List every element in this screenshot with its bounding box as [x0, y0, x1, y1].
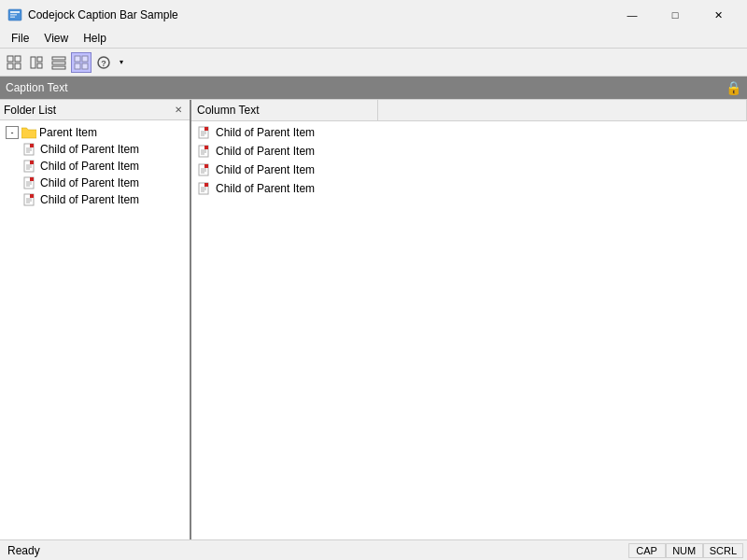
tree-child-label-4: Child of Parent Item: [40, 193, 139, 206]
list-item[interactable]: Child of Parent Item: [21, 175, 186, 191]
title-bar-left: Codejock Caption Bar Sample: [7, 7, 178, 22]
tree-child-label-3: Child of Parent Item: [40, 176, 139, 189]
list-column-header-main[interactable]: Column Text: [191, 100, 378, 120]
menu-file[interactable]: File: [4, 30, 36, 47]
app-icon: [7, 7, 22, 22]
tree-view: - Parent Item: [0, 120, 190, 539]
list-item[interactable]: Child of Parent Item: [21, 191, 186, 208]
list-item-label-1: Child of Parent Item: [216, 126, 315, 139]
svg-rect-13: [52, 66, 65, 69]
folder-icon: [21, 125, 36, 140]
tree-parent-item[interactable]: - Parent Item: [4, 124, 186, 141]
svg-rect-56: [204, 183, 208, 187]
svg-rect-1: [10, 11, 20, 13]
toolbar-button-4[interactable]: [71, 52, 92, 73]
window-title: Codejock Caption Bar Sample: [28, 8, 178, 21]
title-bar-controls: — □ ✕: [611, 6, 740, 24]
svg-rect-16: [75, 63, 80, 69]
tree-parent-label: Parent Item: [39, 126, 97, 139]
status-text: Ready: [4, 544, 40, 557]
list-panel: Column Text Child of Parent Item: [191, 100, 747, 539]
list-item[interactable]: Child of Parent Item: [193, 179, 745, 198]
tree-child-label-1: Child of Parent Item: [40, 143, 139, 156]
svg-rect-41: [204, 127, 208, 131]
svg-rect-5: [15, 56, 21, 62]
toolbar-dropdown[interactable]: ▾: [116, 52, 127, 73]
caption-lock-icon: 🔒: [726, 80, 741, 95]
svg-rect-36: [30, 194, 34, 198]
list-item-label-4: Child of Parent Item: [216, 182, 315, 195]
status-scrl: SCRL: [703, 543, 743, 558]
svg-rect-14: [75, 56, 80, 62]
list-item[interactable]: Child of Parent Item: [193, 161, 745, 179]
svg-rect-11: [52, 57, 65, 60]
list-item[interactable]: Child of Parent Item: [193, 123, 745, 142]
title-bar: Codejock Caption Bar Sample — □ ✕: [0, 0, 747, 28]
svg-rect-31: [30, 177, 34, 181]
doc-icon-1: [22, 142, 37, 157]
menu-view[interactable]: View: [36, 30, 76, 47]
list-item-label-2: Child of Parent Item: [216, 145, 315, 158]
status-indicators: CAP NUM SCRL: [628, 543, 743, 558]
list-column-header-extra[interactable]: [378, 100, 747, 120]
svg-rect-46: [204, 146, 208, 149]
svg-rect-2: [10, 14, 17, 16]
toolbar-button-1[interactable]: [4, 52, 24, 73]
svg-rect-17: [82, 63, 88, 69]
folder-panel: Folder List ✕ - Parent Item: [0, 100, 191, 539]
caption-bar: Caption Text 🔒: [0, 77, 747, 99]
list-item[interactable]: Child of Parent Item: [21, 158, 186, 175]
status-cap: CAP: [628, 543, 666, 558]
svg-text:?: ?: [101, 59, 106, 68]
main-content: Folder List ✕ - Parent Item: [0, 99, 747, 539]
folder-panel-title: Folder List: [4, 104, 56, 117]
menu-bar: File View Help: [0, 28, 747, 49]
list-item-icon-3: [197, 162, 212, 177]
folder-panel-header: Folder List ✕: [0, 100, 190, 120]
toolbar: ? ▾: [0, 49, 747, 77]
svg-rect-6: [7, 63, 13, 69]
doc-icon-4: [22, 192, 37, 207]
svg-rect-4: [7, 56, 13, 62]
svg-rect-12: [52, 62, 65, 64]
list-item-label-3: Child of Parent Item: [216, 163, 315, 176]
tree-children: Child of Parent Item Child of Parent Ite…: [4, 141, 186, 208]
doc-icon-3: [22, 175, 37, 190]
list-item-icon-2: [197, 144, 212, 159]
toolbar-button-3[interactable]: [49, 52, 69, 73]
svg-rect-3: [10, 17, 15, 19]
list-item-icon-1: [197, 125, 212, 140]
status-bar: Ready CAP NUM SCRL: [0, 539, 747, 560]
list-item[interactable]: Child of Parent Item: [193, 142, 745, 161]
caption-text: Caption Text: [6, 81, 68, 94]
svg-rect-15: [82, 56, 88, 62]
tree-expand-button[interactable]: -: [6, 126, 19, 139]
svg-rect-21: [30, 144, 34, 147]
list-content: Child of Parent Item Child of Parent Ite…: [191, 121, 747, 539]
svg-rect-7: [15, 63, 21, 69]
svg-rect-9: [37, 57, 42, 62]
svg-rect-51: [204, 164, 208, 168]
toolbar-button-2[interactable]: [26, 52, 47, 73]
minimize-button[interactable]: —: [611, 6, 654, 24]
svg-rect-8: [31, 57, 35, 68]
list-item[interactable]: Child of Parent Item: [21, 141, 186, 158]
list-header: Column Text: [191, 100, 747, 121]
status-num: NUM: [666, 543, 703, 558]
svg-rect-10: [37, 63, 42, 68]
close-button[interactable]: ✕: [697, 6, 740, 24]
menu-help[interactable]: Help: [76, 30, 114, 47]
tree-child-label-2: Child of Parent Item: [40, 160, 139, 173]
toolbar-button-5[interactable]: ?: [93, 52, 114, 73]
folder-panel-close-button[interactable]: ✕: [171, 103, 186, 118]
list-item-icon-4: [197, 181, 212, 196]
maximize-button[interactable]: □: [654, 6, 697, 24]
doc-icon-2: [22, 159, 37, 174]
svg-rect-26: [30, 161, 34, 164]
